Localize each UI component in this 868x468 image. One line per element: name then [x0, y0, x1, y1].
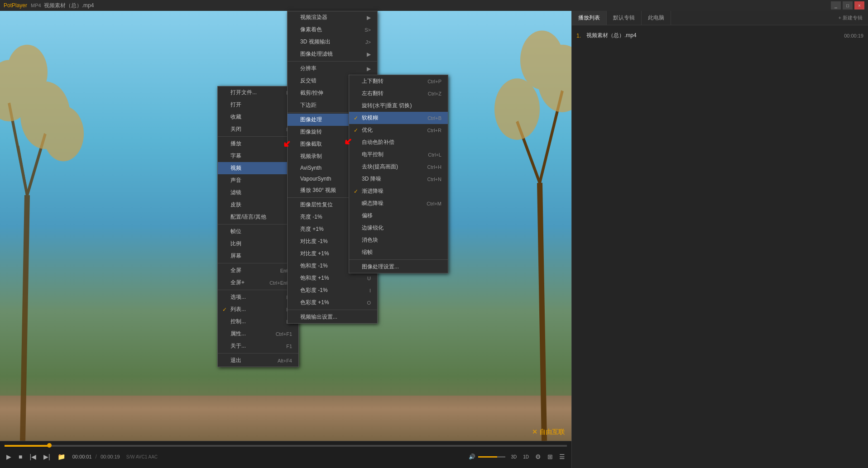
- play-button[interactable]: ▶: [5, 452, 13, 461]
- open-button[interactable]: 📁: [56, 452, 67, 461]
- ip-deblock[interactable]: 去块(提高画面) Ctrl+H: [349, 161, 448, 173]
- titlebar: PotPlayer MP4 视频素材（总）.mp4 _ □ ×: [0, 0, 868, 11]
- vmenu-resolution[interactable]: 分辨率 ▶: [288, 62, 377, 75]
- menu-props[interactable]: 属性... Ctrl+F1: [218, 328, 298, 340]
- maximize-button[interactable]: □: [843, 1, 853, 10]
- tab-this-pc[interactable]: 此电脑: [642, 11, 671, 25]
- time-separator: /: [96, 454, 97, 460]
- control-buttons: ▶ ■ |◀ ▶| 📁 00:00:01 / 00:00:19 S/W AVC1…: [0, 449, 571, 464]
- playlist-item-name: 视频素材（总）.mp4: [586, 32, 844, 39]
- tab-playlist[interactable]: 播放列表: [572, 11, 607, 25]
- vmenu-3d-output[interactable]: 3D 视频输出 J>: [288, 36, 377, 48]
- ip-optimize[interactable]: ✓ 优化 Ctrl+R: [349, 124, 448, 136]
- menu-open[interactable]: 打开 ▶: [218, 99, 298, 111]
- volume-icon: 🔊: [469, 454, 475, 460]
- menu-frame[interactable]: 帧位 ▶: [218, 225, 298, 238]
- menu-exit-label: 退出: [230, 357, 269, 364]
- svg-point-22: [520, 30, 564, 89]
- ip-flip-ud[interactable]: 上下翻转 Ctrl+P: [349, 75, 448, 87]
- stop-button[interactable]: ■: [17, 452, 24, 461]
- playlist-item[interactable]: 1. 视频素材（总）.mp4 00:00:19: [572, 29, 868, 42]
- right-panel-tabs: 播放列表 默认专辑 此电脑 + 新建专辑: [572, 11, 868, 25]
- menu-ratio[interactable]: 比例 ▶: [218, 238, 298, 250]
- ip-grad-denoise[interactable]: ✓ 渐进降噪: [349, 185, 448, 197]
- context-menu-main: 打开文件... F3 打开 ▶ 收藏 ▶ 关闭 F4 播放 ▶ 字幕 ▶ 视频 …: [217, 86, 299, 367]
- close-button[interactable]: ×: [854, 1, 864, 10]
- b-button[interactable]: ⊞: [546, 452, 555, 461]
- ip-3d-denoise[interactable]: 3D 降噪 Ctrl+N: [349, 173, 448, 185]
- menu-subtitles[interactable]: 字幕 ▶: [218, 150, 298, 162]
- sep1: [218, 136, 298, 137]
- progress-bar[interactable]: [5, 445, 567, 447]
- ip-instant-denoise[interactable]: 瞬态降噪 Ctrl+M: [349, 197, 448, 210]
- controls-bar: ▶ ■ |◀ ▶| 📁 00:00:01 / 00:00:19 S/W AVC1…: [0, 441, 571, 468]
- volume-bar[interactable]: [478, 456, 505, 458]
- menu-control[interactable]: 控制... F7: [218, 315, 298, 328]
- menu-config-label: 配置/语言/其他: [230, 213, 279, 221]
- ip-rotate[interactable]: 旋转(水平|垂直 切换): [349, 100, 448, 112]
- tab-default-album[interactable]: 默认专辑: [607, 11, 642, 25]
- menu-fullscreen[interactable]: 全屏 Enter: [218, 264, 298, 277]
- volume-area: 🔊: [469, 454, 505, 460]
- app-logo: PotPlayer: [4, 2, 27, 9]
- menu-exit[interactable]: 退出 Alt+F4: [218, 354, 298, 367]
- ip-level-ctrl[interactable]: 电平控制 Ctrl+L: [349, 148, 448, 161]
- menu-options[interactable]: 选项... F5: [218, 291, 298, 303]
- playlist-toggle[interactable]: ☰: [557, 452, 567, 461]
- vmenu-color-p[interactable]: 色彩度 +1% O: [288, 296, 377, 309]
- menu-video[interactable]: 视频 ▶: [218, 162, 298, 174]
- menu-ratio-label: 比例: [230, 240, 279, 248]
- minimize-button[interactable]: _: [831, 1, 841, 10]
- vmenu-imgproc-filter[interactable]: 图像处理滤镜 ▶: [288, 48, 377, 60]
- 3d-button[interactable]: 3D: [509, 454, 518, 460]
- playlist-item-num: 1.: [576, 33, 584, 39]
- menu-config[interactable]: 配置/语言/其他 ▶: [218, 211, 298, 223]
- next-button[interactable]: ▶|: [42, 452, 52, 461]
- ip-edge-sharpen[interactable]: 边缘锐化: [349, 222, 448, 234]
- ip-shrink[interactable]: 缩帧: [349, 246, 448, 258]
- ip-softblur[interactable]: ✓ 软模糊 Ctrl+B: [349, 112, 448, 124]
- menu-control-label: 控制...: [230, 318, 277, 325]
- menu-favorites[interactable]: 收藏 ▶: [218, 111, 298, 123]
- menu-frame-label: 帧位: [230, 228, 279, 235]
- menu-screen[interactable]: 屏幕 ▶: [218, 250, 298, 262]
- playlist-content: 1. 视频素材（总）.mp4 00:00:19: [572, 25, 868, 46]
- menu-close[interactable]: 关闭 F4: [218, 123, 298, 135]
- menu-open-file[interactable]: 打开文件... F3: [218, 86, 298, 99]
- 1d-button[interactable]: 1D: [521, 454, 531, 460]
- prev-button[interactable]: |◀: [28, 452, 38, 461]
- menu-playback-label: 播放: [230, 140, 279, 148]
- time-display: 00:00:01: [72, 454, 92, 459]
- ip-decolor[interactable]: 消色块: [349, 234, 448, 246]
- progress-fill: [5, 445, 49, 447]
- menu-open-file-label: 打开文件...: [230, 89, 277, 96]
- menu-fullscreen-plus[interactable]: 全屏+ Ctrl+Enter: [218, 277, 298, 289]
- menu-props-shortcut: Ctrl+F1: [267, 331, 292, 337]
- ip-offset[interactable]: 偏移: [349, 210, 448, 222]
- menu-fullscreen-plus-label: 全屏+: [230, 279, 260, 287]
- vmenu-renderer[interactable]: 视频渲染器 ▶: [288, 11, 377, 24]
- vmenu-color-m[interactable]: 色彩度 -1% I: [288, 284, 377, 296]
- tree-right: [472, 11, 571, 441]
- svg-line-12: [18, 146, 27, 196]
- ip-flip-lr[interactable]: 左右翻转 Ctrl+Z: [349, 87, 448, 100]
- volume-fill: [478, 456, 497, 458]
- svg-line-9: [23, 195, 27, 441]
- vmenu-sat-p[interactable]: 饱和度 +1% U: [288, 272, 377, 284]
- menu-audio[interactable]: 声音 ▶: [218, 174, 298, 186]
- menu-filter[interactable]: 滤镜 ▶: [218, 186, 298, 199]
- ip-auto-levels[interactable]: 自动色阶补偿: [349, 136, 448, 148]
- vmenu-pixel-color[interactable]: 像素着色 S>: [288, 24, 377, 36]
- time-total: 00:00:19: [101, 454, 120, 459]
- menu-about[interactable]: 关于... F1: [218, 340, 298, 352]
- context-menu-imgproc: 上下翻转 Ctrl+P 左右翻转 Ctrl+Z 旋转(水平|垂直 切换) ✓ 软…: [349, 75, 448, 273]
- tab-new-album[interactable]: + 新建专辑: [833, 11, 868, 25]
- menu-list-label: 列表...: [230, 306, 277, 313]
- q-button[interactable]: ⚙: [533, 452, 543, 461]
- menu-skin[interactable]: 皮肤 ▶: [218, 199, 298, 211]
- vmenu-output-settings[interactable]: 视频输出设置...: [288, 311, 377, 323]
- menu-list[interactable]: ✓ 列表... F6: [218, 303, 298, 315]
- sep4: [218, 290, 298, 290]
- menu-exit-shortcut: Alt+F4: [269, 358, 292, 363]
- ip-settings[interactable]: 图像处理设置...: [349, 261, 448, 273]
